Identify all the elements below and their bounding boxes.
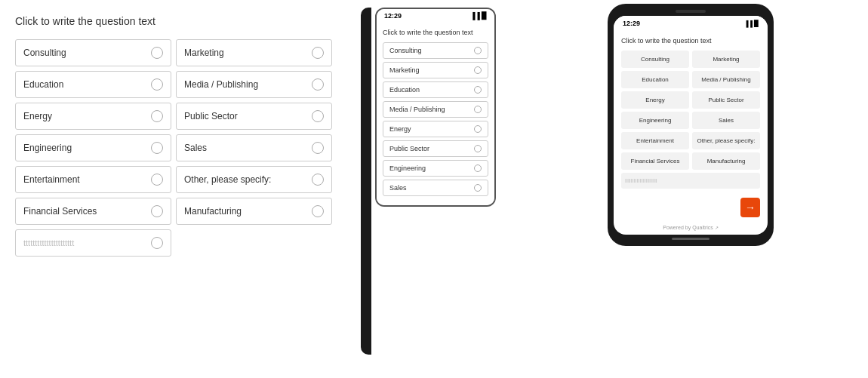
phone-option-label: Media / Publishing xyxy=(389,106,445,113)
desktop-panel: Click to write the question text Consult… xyxy=(0,0,347,272)
option-other[interactable]: Other, please specify: xyxy=(176,166,332,193)
phone-right-question: Click to write the question text xyxy=(621,37,760,45)
phone-radio-icon xyxy=(474,86,482,94)
radio-icon xyxy=(312,110,324,122)
phone-option-energy[interactable]: Energy xyxy=(383,121,488,137)
option-media-publishing[interactable]: Media / Publishing xyxy=(176,71,332,98)
choice-public-sector[interactable]: Public Sector xyxy=(692,91,760,109)
choice-financial-services[interactable]: Financial Services xyxy=(621,152,689,170)
phone-middle-panel: 12:29 ▐▐ ▉ Click to write the question t… xyxy=(347,0,513,207)
phone-option-label: Marketing xyxy=(389,66,420,74)
phone-option-label: Consulting xyxy=(389,47,422,54)
option-label: Sales xyxy=(184,143,207,153)
choice-grid: Consulting Marketing Education Media / P… xyxy=(621,51,760,189)
choice-consulting[interactable]: Consulting xyxy=(621,51,689,68)
phone-right-content: Click to write the question text Consult… xyxy=(614,31,768,195)
option-label: Education xyxy=(23,79,63,90)
option-energy[interactable]: Energy xyxy=(15,103,171,130)
phone-middle-time: 12:29 xyxy=(384,12,402,20)
phone-radio-icon xyxy=(474,66,482,74)
phone-option-label: Sales xyxy=(389,184,407,192)
text-input-option[interactable]: tttttttttttttttttttttt xyxy=(15,229,171,257)
option-label: Engineering xyxy=(23,143,72,153)
radio-icon xyxy=(151,174,163,186)
signal-icons: ▐▐ ▉ xyxy=(470,12,487,20)
choice-text-input[interactable]: IIIIIIIIIIIIIIIIIIIIII xyxy=(621,173,760,189)
choice-engineering[interactable]: Engineering xyxy=(621,112,689,129)
phone-option-public-sector[interactable]: Public Sector xyxy=(383,140,488,157)
next-button[interactable]: → xyxy=(740,198,760,217)
option-consulting[interactable]: Consulting xyxy=(15,39,171,66)
choice-education[interactable]: Education xyxy=(621,71,689,88)
option-engineering[interactable]: Engineering xyxy=(15,134,171,161)
choice-entertainment[interactable]: Entertainment xyxy=(621,132,689,149)
text-input-placeholder: tttttttttttttttttttttt xyxy=(23,238,74,247)
radio-icon xyxy=(151,237,163,249)
phone-option-label: Education xyxy=(389,86,420,94)
phone-right-screen: 12:29 ▐▐ ▉ Click to write the question t… xyxy=(614,16,768,235)
radio-icon xyxy=(151,47,163,59)
phone-middle-question: Click to write the question text xyxy=(383,29,488,36)
option-label: Financial Services xyxy=(23,206,97,217)
radio-icon xyxy=(312,174,324,186)
radio-icon xyxy=(312,142,324,154)
signal-bars-icon: ▐▐ xyxy=(470,12,480,20)
option-label: Media / Publishing xyxy=(184,79,258,90)
phone-radio-icon xyxy=(474,125,482,133)
option-label: Manufacturing xyxy=(184,206,242,217)
option-label: Energy xyxy=(23,111,52,121)
phone-option-education[interactable]: Education xyxy=(383,81,488,98)
radio-icon xyxy=(151,205,163,217)
option-label: Marketing xyxy=(184,48,224,58)
option-entertainment[interactable]: Entertainment xyxy=(15,166,171,193)
phone-option-label: Public Sector xyxy=(389,145,429,152)
phone-middle-screen: 12:29 ▐▐ ▉ Click to write the question t… xyxy=(375,8,496,207)
option-education[interactable]: Education xyxy=(15,71,171,98)
option-manufacturing[interactable]: Manufacturing xyxy=(176,198,332,225)
choice-other[interactable]: Other, please specify: xyxy=(692,132,760,149)
phone-radio-icon xyxy=(474,164,482,172)
radio-icon xyxy=(312,78,324,91)
phone-option-media[interactable]: Media / Publishing xyxy=(383,101,488,118)
option-marketing[interactable]: Marketing xyxy=(176,39,332,66)
phone-option-engineering[interactable]: Engineering xyxy=(383,160,488,177)
radio-icon xyxy=(312,205,324,217)
phone-right-wrapper: 12:29 ▐▐ ▉ Click to write the question t… xyxy=(513,0,868,246)
next-button-row: → xyxy=(614,195,768,220)
option-public-sector[interactable]: Public Sector xyxy=(176,103,332,130)
phone-radio-icon xyxy=(474,184,482,192)
phone-option-label: Engineering xyxy=(389,164,426,172)
phone-right-status-bar: 12:29 ▐▐ ▉ xyxy=(614,16,768,31)
option-label: Entertainment xyxy=(23,174,80,185)
phone-option-marketing[interactable]: Marketing xyxy=(383,62,488,78)
footer-text: Powered by Qualtrics xyxy=(663,225,713,230)
phone-middle-status-bar: 12:29 ▐▐ ▉ xyxy=(377,9,494,23)
phone-option-consulting[interactable]: Consulting xyxy=(383,42,488,59)
option-financial-services[interactable]: Financial Services xyxy=(15,198,171,225)
choice-media-publishing[interactable]: Media / Publishing xyxy=(692,71,760,88)
desktop-options-grid: Consulting Marketing Education Media / P… xyxy=(15,39,332,257)
choice-sales[interactable]: Sales xyxy=(692,112,760,129)
phone-middle-content: Click to write the question text Consult… xyxy=(377,23,494,205)
desktop-question-text[interactable]: Click to write the question text xyxy=(15,15,332,27)
phone-option-label: Energy xyxy=(389,125,411,133)
choice-marketing[interactable]: Marketing xyxy=(692,51,760,68)
signal-icon: ▐▐ xyxy=(744,20,753,27)
choice-manufacturing[interactable]: Manufacturing xyxy=(692,152,760,170)
radio-icon xyxy=(312,47,324,59)
battery-icon: ▉ xyxy=(482,12,487,20)
phone-right-time: 12:29 xyxy=(623,20,640,27)
battery-icon: ▉ xyxy=(754,20,759,27)
phone-radio-icon xyxy=(474,145,482,152)
radio-icon xyxy=(151,78,163,91)
option-sales[interactable]: Sales xyxy=(176,134,332,161)
phone-right-footer: Powered by Qualtrics ↗ xyxy=(614,220,768,235)
option-label: Public Sector xyxy=(184,111,238,121)
option-label: Other, please specify: xyxy=(184,174,271,185)
option-label: Consulting xyxy=(23,48,66,58)
choice-energy[interactable]: Energy xyxy=(621,91,689,109)
phone-option-sales[interactable]: Sales xyxy=(383,180,488,196)
radio-icon xyxy=(151,142,163,154)
phone-radio-icon xyxy=(474,47,482,54)
phone-right-signal: ▐▐ ▉ xyxy=(744,20,759,27)
